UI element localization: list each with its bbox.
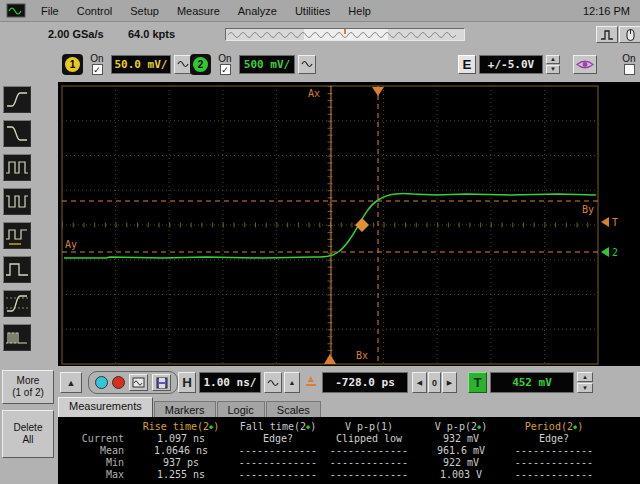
- tab-logic[interactable]: Logic: [217, 401, 265, 417]
- acquisition-mode-button[interactable]: [596, 26, 618, 43]
- menu-analyze[interactable]: Analyze: [229, 3, 286, 19]
- menu-setup[interactable]: Setup: [121, 3, 168, 19]
- trigger-level-up-button[interactable]: ▲: [577, 372, 593, 382]
- rise-threshold-icon[interactable]: [3, 290, 31, 317]
- channel1-on-label: On: [90, 53, 103, 64]
- channel1-badge[interactable]: 1: [62, 54, 83, 75]
- channel2-scale-display[interactable]: 500 mV/: [239, 55, 295, 74]
- menu-bar: File Control Setup Measure Analyze Utili…: [0, 0, 640, 22]
- column-vpp2: V p-p(2◆): [416, 421, 506, 432]
- status-bar: 2.00 GSa/s 64.0 kpts: [0, 22, 640, 48]
- external-on-label: On: [622, 53, 635, 64]
- run-control-group: [88, 371, 178, 394]
- trigger-level-display[interactable]: 452 mV: [490, 372, 574, 393]
- measurement-value: 1.255 ns: [128, 469, 234, 480]
- measurement-value: 961.6 mV: [416, 445, 506, 456]
- menu-help[interactable]: Help: [339, 3, 380, 19]
- column-fall-time: Fall time(2◆): [234, 421, 322, 432]
- measurement-value: Edge?: [234, 433, 322, 444]
- graticule: [62, 86, 598, 364]
- external-trigger-range-display[interactable]: +/-5.0V: [479, 55, 543, 74]
- eye-icon[interactable]: [573, 55, 597, 74]
- measurement-value: -------------: [234, 469, 322, 480]
- channel2-scale-adjust-button[interactable]: [298, 55, 316, 74]
- horizontal-button[interactable]: H: [178, 372, 196, 393]
- delay-reference-icon: ▲: [306, 374, 316, 386]
- ext-range-up-button[interactable]: ▲: [546, 55, 560, 64]
- delay-display[interactable]: -728.0 ps: [322, 372, 408, 393]
- measurement-value: 937 ps: [128, 457, 234, 468]
- column-vpp1: V p-p(1): [322, 421, 416, 432]
- tab-measurements[interactable]: Measurements: [58, 397, 153, 417]
- measurements-header-row: Rise time(2◆) Fall time(2◆) V p-p(1) V p…: [58, 420, 640, 432]
- channel2-on-label: On: [218, 53, 231, 64]
- channel1-scale-display[interactable]: 50.0 mV/: [111, 55, 171, 74]
- acquisition-preview-bar[interactable]: [225, 28, 465, 41]
- pulse-width-pos-icon[interactable]: [3, 154, 31, 181]
- timebase-display[interactable]: 1.00 ns/: [199, 372, 261, 393]
- zoom-button[interactable]: ▲: [284, 372, 300, 393]
- channel2-ground-marker[interactable]: 2: [601, 247, 618, 258]
- external-on-checkbox[interactable]: [624, 64, 635, 75]
- time-reference-icon: [324, 354, 336, 364]
- trigger-level-marker[interactable]: T: [601, 217, 618, 228]
- horizontal-trigger-toolbar: ▲ H 1.00 ns/ ▲ ▲ -728.0 ps ◀ 0 ▶ T 452 m…: [0, 368, 640, 397]
- rise-edge-icon[interactable]: [3, 86, 31, 113]
- clock: 12:16 PM: [583, 5, 634, 17]
- channel2-on-checkbox[interactable]: ✓: [220, 64, 231, 75]
- marker-bx-label: Bx: [356, 350, 368, 361]
- channel2-group: 2 On ✓ 500 mV/: [190, 53, 316, 75]
- touch-up-button[interactable]: ▲: [60, 372, 82, 393]
- tab-markers[interactable]: Markers: [154, 401, 216, 417]
- fall-edge-icon[interactable]: [3, 120, 31, 147]
- menu-measure[interactable]: Measure: [168, 3, 229, 19]
- delay-right-button[interactable]: ▶: [442, 372, 457, 393]
- burst-icon[interactable]: [3, 324, 31, 351]
- trigger-button[interactable]: T: [468, 372, 487, 393]
- marker-ax-label: Ax: [308, 88, 320, 99]
- menu-control[interactable]: Control: [68, 3, 121, 19]
- save-icon[interactable]: [152, 374, 171, 391]
- preview-trigger-tick: [344, 29, 346, 34]
- pos-pulse-icon[interactable]: [3, 256, 31, 283]
- scope-app-icon: [6, 3, 26, 18]
- column-period: Period(2◆): [506, 421, 602, 432]
- channel1-group: 1 On ✓ 50.0 mV/: [62, 53, 192, 75]
- delete-all-button[interactable]: Delete All: [2, 410, 54, 458]
- period-icon[interactable]: [3, 222, 31, 249]
- tab-scales[interactable]: Scales: [266, 401, 321, 417]
- measurement-value: -------------: [506, 445, 602, 456]
- channel2-badge[interactable]: 2: [190, 54, 211, 75]
- svg-text:T: T: [612, 217, 618, 228]
- measurement-value: 1.003 V: [416, 469, 506, 480]
- channel1-on-checkbox[interactable]: ✓: [92, 64, 103, 75]
- waveform-area[interactable]: Ax Bx By Ay T 2: [58, 82, 640, 366]
- sample-rate: 2.00 GSa/s: [48, 28, 104, 40]
- measurement-value: -------------: [322, 457, 416, 468]
- measurement-value: -------------: [322, 445, 416, 456]
- measurement-value: Edge?: [506, 433, 602, 444]
- ext-range-down-button[interactable]: ▼: [546, 65, 560, 74]
- trigger-position-icon[interactable]: [372, 87, 384, 96]
- delay-left-button[interactable]: ◀: [412, 372, 427, 393]
- menu-file[interactable]: File: [32, 3, 68, 19]
- measurement-value: -------------: [234, 457, 322, 468]
- external-trigger-button[interactable]: E: [458, 55, 476, 74]
- measurement-row-mean: Mean 1.0646 ns ------------- -----------…: [58, 444, 640, 456]
- mouse-mode-button[interactable]: [619, 26, 640, 43]
- measurement-value: 932 mV: [416, 433, 506, 444]
- trigger-level-down-button[interactable]: ▼: [577, 383, 593, 393]
- stop-button[interactable]: [112, 376, 125, 389]
- measurement-value: -------------: [506, 457, 602, 468]
- measurement-value: 922 mV: [416, 457, 506, 468]
- screen-capture-button[interactable]: [129, 374, 148, 391]
- run-button[interactable]: [95, 376, 108, 389]
- timebase-adjust-button[interactable]: [264, 372, 282, 393]
- marker-by-label: By: [582, 204, 594, 215]
- pulse-width-neg-icon[interactable]: [3, 188, 31, 215]
- marker-intersect-diamond[interactable]: [355, 218, 369, 232]
- trigger-level-spinner: ▲ ▼: [577, 372, 593, 393]
- more-button[interactable]: More (1 of 2): [2, 370, 54, 404]
- delay-zero-button[interactable]: 0: [428, 372, 441, 393]
- menu-utilities[interactable]: Utilities: [286, 3, 339, 19]
